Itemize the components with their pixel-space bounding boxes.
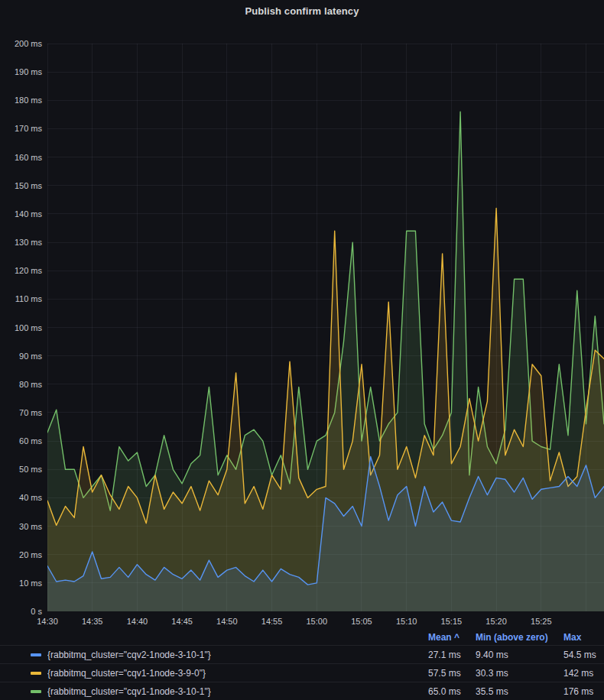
legend-sort-mean[interactable]: Mean ^ <box>428 632 476 643</box>
x-axis-tick: 14:55 <box>249 616 295 627</box>
x-axis-tick: 14:45 <box>159 616 205 627</box>
y-axis-tick: 140 ms <box>0 209 42 219</box>
x-axis-tick: 15:25 <box>518 616 564 627</box>
legend-rows: {rabbitmq_cluster="cqv2-1node-3-10-1"}27… <box>0 645 604 700</box>
y-axis-tick: 200 ms <box>0 38 42 49</box>
y-axis-tick: 70 ms <box>0 407 42 418</box>
y-axis-tick: 60 ms <box>0 436 42 446</box>
y-axis-tick: 130 ms <box>0 237 42 248</box>
series-name[interactable]: {rabbitmq_cluster="cqv1-1node-3-10-1"} <box>47 686 211 697</box>
legend-sort-min[interactable]: Min (above zero) <box>476 632 563 643</box>
y-axis-tick: 30 ms <box>0 521 42 532</box>
x-axis-tick: 15:00 <box>294 616 339 627</box>
legend-row: {rabbitmq_cluster="cqv1-1node-3-10-1"}65… <box>0 682 604 700</box>
x-axis-tick: 14:50 <box>204 616 250 627</box>
legend-header-row: Mean ^ Min (above zero) Max <box>0 630 604 645</box>
x-axis-tick: 15:15 <box>428 616 474 627</box>
series-max-value: 176 ms <box>563 686 604 697</box>
legend-series-cell: {rabbitmq_cluster="cqv2-1node-3-10-1"} <box>0 650 428 660</box>
y-axis-tick: 50 ms <box>0 464 42 475</box>
y-axis-tick: 80 ms <box>0 379 42 390</box>
series-color-swatch[interactable] <box>31 690 41 693</box>
series-name[interactable]: {rabbitmq_cluster="cqv1-1node-3-9-0"} <box>47 668 206 679</box>
y-axis-tick: 170 ms <box>0 123 42 134</box>
x-axis-tick: 14:30 <box>24 616 70 627</box>
series-mean-value: 57.5 ms <box>428 668 476 679</box>
y-axis-tick: 180 ms <box>0 95 42 105</box>
y-axis-tick: 40 ms <box>0 492 42 503</box>
legend-row: {rabbitmq_cluster="cqv1-1node-3-9-0"}57.… <box>0 663 604 682</box>
series-min-value: 9.40 ms <box>476 650 563 660</box>
legend-series-cell: {rabbitmq_cluster="cqv1-1node-3-9-0"} <box>0 668 428 679</box>
y-axis-tick: 150 ms <box>0 180 42 191</box>
series-max-value: 54.5 ms <box>563 650 604 660</box>
y-axis-tick: 90 ms <box>0 351 42 361</box>
latency-panel: Publish confirm latency 0 s10 ms20 ms30 … <box>0 0 604 700</box>
y-axis-tick: 190 ms <box>0 66 42 77</box>
x-axis-tick: 14:40 <box>114 616 160 627</box>
series-min-value: 35.5 ms <box>476 686 563 697</box>
series-color-swatch[interactable] <box>31 653 41 656</box>
y-axis-tick: 10 ms <box>0 578 42 588</box>
plot-area <box>47 44 604 611</box>
y-axis-tick: 110 ms <box>0 293 42 304</box>
time-series-plot[interactable] <box>47 44 604 611</box>
legend-table: Mean ^ Min (above zero) Max {rabbitmq_cl… <box>0 630 604 700</box>
y-axis-tick: 0 s <box>0 606 42 617</box>
series-min-value: 30.3 ms <box>476 668 563 679</box>
legend-sort-max[interactable]: Max <box>563 632 604 643</box>
y-axis-tick: 20 ms <box>0 549 42 560</box>
y-axis-tick: 120 ms <box>0 265 42 276</box>
x-axis-tick: 15:10 <box>384 616 430 627</box>
x-axis-tick: 15:05 <box>339 616 385 627</box>
x-axis-tick: 15:20 <box>473 616 519 627</box>
series-max-value: 142 ms <box>563 668 604 679</box>
series-name[interactable]: {rabbitmq_cluster="cqv2-1node-3-10-1"} <box>47 650 211 660</box>
series-mean-value: 65.0 ms <box>428 686 476 697</box>
panel-title[interactable]: Publish confirm latency <box>0 5 604 17</box>
x-axis-tick: 14:35 <box>70 616 115 627</box>
series-color-swatch[interactable] <box>31 672 41 675</box>
y-axis-tick: 100 ms <box>0 322 42 333</box>
legend-series-cell: {rabbitmq_cluster="cqv1-1node-3-10-1"} <box>0 686 428 697</box>
series-mean-value: 27.1 ms <box>428 650 476 660</box>
legend-row: {rabbitmq_cluster="cqv2-1node-3-10-1"}27… <box>0 645 604 663</box>
y-axis-tick: 160 ms <box>0 152 42 163</box>
